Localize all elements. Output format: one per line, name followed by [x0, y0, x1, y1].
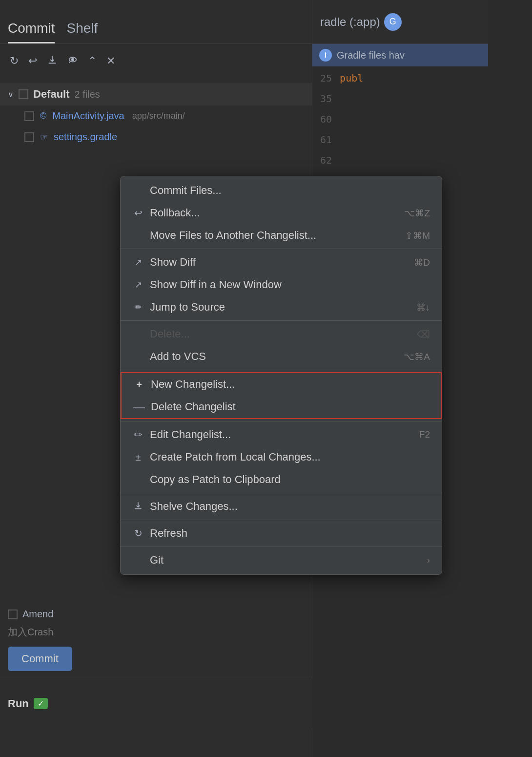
- line-num-60: 60: [320, 113, 480, 125]
- file-checkbox-mainactivity[interactable]: [24, 111, 34, 121]
- shortcut-show-diff: ⌘D: [414, 257, 430, 268]
- chevron-down-icon: ∨: [8, 90, 14, 99]
- refresh-context-icon: ↻: [132, 527, 144, 539]
- menu-item-delete-changelist[interactable]: — Delete Changelist: [122, 396, 441, 418]
- toolbar: ↻ ↩ ⌃ ✕: [0, 44, 312, 78]
- file-item-settings-gradle[interactable]: ☞ settings.gradle: [0, 126, 312, 147]
- line-num-62: 62: [320, 154, 480, 166]
- menu-item-jump-to-source[interactable]: ✏ Jump to Source ⌘↓: [121, 296, 442, 318]
- changelist-name: Default: [33, 88, 70, 101]
- notification-bar: i Gradle files hav: [312, 44, 488, 66]
- gradle-file-icon: ☞: [40, 132, 48, 143]
- menu-item-refresh[interactable]: ↻ Refresh: [121, 522, 442, 545]
- file-checkbox-settings[interactable]: [24, 132, 34, 142]
- menu-item-label-delete-changelist: Delete Changelist: [151, 400, 429, 413]
- menu-item-label-shelve: Shelve Changes...: [150, 500, 430, 513]
- menu-item-label-add-vcs: Add to VCS: [150, 350, 398, 363]
- commit-button[interactable]: Commit: [8, 647, 72, 671]
- menu-item-add-vcs[interactable]: Add to VCS ⌥⌘A: [121, 345, 442, 368]
- create-patch-icon: ±: [132, 452, 144, 463]
- undo-icon[interactable]: ↩: [28, 55, 37, 67]
- menu-item-rollback[interactable]: ↩ Rollback... ⌥⌘Z: [121, 202, 442, 224]
- rollback-icon: ↩: [132, 207, 144, 219]
- separator-7: [121, 547, 442, 547]
- separator-6: [121, 520, 442, 520]
- menu-item-commit-files[interactable]: Commit Files...: [121, 179, 442, 202]
- file-list-area: ∨ Default 2 files © MainActivity.java ap…: [0, 78, 312, 152]
- editor-title: radle (:app): [320, 15, 380, 29]
- menu-item-label-new-changelist: New Changelist...: [151, 378, 429, 391]
- separator-3: [121, 370, 442, 370]
- menu-item-edit-changelist[interactable]: ✏ Edit Changelist... F2: [121, 423, 442, 446]
- info-icon: i: [319, 49, 332, 62]
- gradle-badge: G: [384, 13, 402, 31]
- file-item-mainactivity[interactable]: © MainActivity.java app/src/main/: [0, 105, 312, 126]
- menu-item-label-refresh: Refresh: [150, 527, 430, 540]
- menu-item-label-copy-patch: Copy as Patch to Clipboard: [150, 473, 430, 486]
- download-icon[interactable]: [47, 54, 58, 68]
- menu-item-label-create-patch: Create Patch from Local Changes...: [150, 451, 430, 463]
- shortcut-delete: ⌫: [417, 329, 430, 340]
- menu-item-label-move-files: Move Files to Another Changelist...: [150, 229, 399, 242]
- tabs-bar: Commit Shelf: [0, 0, 312, 44]
- expand-icon[interactable]: ⌃: [88, 55, 97, 67]
- shelve-icon: [132, 501, 144, 513]
- shortcut-jump-to-source: ⌘↓: [416, 302, 430, 313]
- show-diff-icon: ↗: [132, 257, 144, 268]
- shortcut-rollback: ⌥⌘Z: [404, 208, 430, 219]
- menu-item-label-edit-changelist: Edit Changelist...: [150, 428, 413, 441]
- show-diff-window-icon: ↗: [132, 279, 144, 290]
- run-badge: ✓: [34, 698, 48, 709]
- changelist-header[interactable]: ∨ Default 2 files: [0, 83, 312, 105]
- notification-text: Gradle files hav: [337, 50, 405, 61]
- menu-item-label-show-diff: Show Diff: [150, 256, 408, 269]
- changelist-checkbox[interactable]: [19, 89, 28, 99]
- delete-changelist-icon: —: [133, 401, 145, 413]
- commit-bottom-area: Amend 加入Crash Commit: [0, 601, 312, 679]
- submenu-arrow-icon: ›: [427, 555, 430, 566]
- menu-item-move-files[interactable]: Move Files to Another Changelist... ⇧⌘M: [121, 224, 442, 247]
- tab-commit[interactable]: Commit: [8, 21, 55, 43]
- menu-item-label-jump-to-source: Jump to Source: [150, 301, 410, 314]
- line-numbers-area: 25 publ 35 60 61 62 63: [312, 66, 488, 192]
- menu-item-copy-patch[interactable]: Copy as Patch to Clipboard: [121, 468, 442, 491]
- file-name-mainactivity: MainActivity.java: [52, 110, 124, 122]
- menu-item-label-delete: Delete...: [150, 328, 411, 340]
- amend-checkbox[interactable]: [8, 610, 18, 619]
- java-file-icon: ©: [40, 111, 46, 121]
- tab-shelf[interactable]: Shelf: [66, 21, 98, 43]
- file-name-settings: settings.gradle: [54, 131, 117, 143]
- svg-point-9: [72, 59, 74, 61]
- shortcut-edit-changelist: F2: [419, 429, 430, 440]
- file-path-mainactivity: app/src/main/: [132, 111, 185, 121]
- refresh-icon[interactable]: ↻: [10, 55, 19, 67]
- changelist-count: 2 files: [75, 89, 100, 100]
- separator-2: [121, 320, 442, 321]
- amend-label: Amend: [22, 609, 53, 620]
- jump-to-source-icon: ✏: [132, 302, 144, 313]
- menu-item-delete: Delete... ⌫: [121, 323, 442, 345]
- separator-5: [121, 493, 442, 493]
- menu-item-show-diff-window[interactable]: ↗ Show Diff in a New Window: [121, 273, 442, 296]
- context-menu: Commit Files... ↩ Rollback... ⌥⌘Z Move F…: [120, 176, 442, 575]
- line-num-25: 25: [320, 72, 332, 84]
- edit-changelist-icon: ✏: [132, 429, 144, 441]
- menu-item-show-diff[interactable]: ↗ Show Diff ⌘D: [121, 251, 442, 273]
- close-icon[interactable]: ✕: [106, 55, 115, 67]
- menu-item-label-commit-files: Commit Files...: [150, 184, 430, 197]
- menu-item-git[interactable]: Git ›: [121, 549, 442, 571]
- line-num-35: 35: [320, 93, 480, 105]
- shortcut-add-vcs: ⌥⌘A: [404, 351, 430, 362]
- menu-item-shelve[interactable]: Shelve Changes...: [121, 495, 442, 518]
- menu-item-create-patch[interactable]: ± Create Patch from Local Changes...: [121, 446, 442, 468]
- crash-text: 加入Crash: [8, 626, 305, 639]
- editor-top-bar: radle (:app) G: [312, 0, 488, 44]
- code-line-25: publ: [340, 72, 363, 84]
- separator-1: [121, 249, 442, 249]
- shortcut-move-files: ⇧⌘M: [405, 230, 430, 241]
- menu-item-label-show-diff-window: Show Diff in a New Window: [150, 278, 430, 291]
- highlight-box: + New Changelist... — Delete Changelist: [121, 372, 442, 419]
- menu-item-new-changelist[interactable]: + New Changelist...: [122, 373, 441, 396]
- eye-icon[interactable]: [67, 54, 78, 68]
- line-num-61: 61: [320, 134, 480, 146]
